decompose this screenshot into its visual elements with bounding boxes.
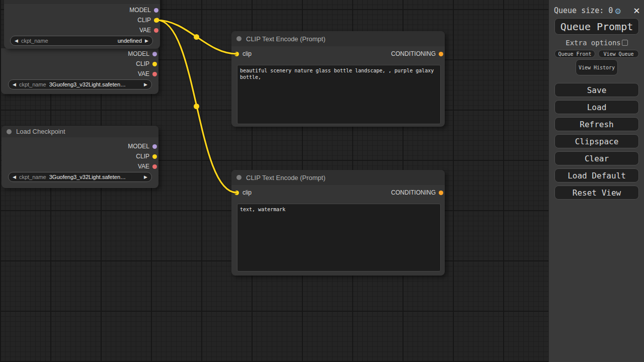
clear-button[interactable]: Clear [554,151,639,165]
output-slot-vae[interactable]: VAE [139,25,160,35]
slot-label: VAE [139,27,151,34]
clip-input-dot[interactable] [234,191,239,195]
extra-options-row: Extra options [549,39,644,47]
widget-value: 3Guofeng3_v32Light.safeten… [49,81,126,87]
view-history-button[interactable]: View History [576,59,618,75]
clip-slot-dot[interactable] [152,62,157,66]
widget-name: ckpt_name [19,81,46,87]
slot-label: CLIP [136,153,149,160]
clip-wire-positive [157,20,236,54]
view-queue-button[interactable]: View Queue [598,50,639,58]
slot-label: CLIP [136,60,149,67]
slot-label: clip [243,50,252,57]
model-slot-dot[interactable] [152,144,157,149]
queue-size-label: Queue size: 0 [554,6,613,15]
node-title-bar[interactable]: CLIP Text Encode (Prompt) [231,31,445,46]
vae-slot-dot[interactable] [152,72,157,76]
slot-label: MODEL [128,143,149,150]
collapse-dot-icon[interactable] [7,129,12,134]
clip-slot-dot[interactable] [154,18,158,23]
load-checkpoint-node-1[interactable]: MODEL CLIP VAE ◀ ckpt_name undefined ▶ [4,0,160,49]
slot-label: clip [243,189,252,196]
ckpt-name-widget[interactable]: ◀ ckpt_name 3Guofeng3_v32Light.safeten… … [8,172,152,182]
node-title-bar[interactable]: Load Checkpoint [2,126,158,137]
vae-slot-dot[interactable] [152,164,157,169]
node-title-bar[interactable] [4,0,160,4]
widget-name: ckpt_name [19,174,46,180]
slot-label: VAE [138,70,149,77]
comfyui-app: MODEL CLIP VAE ◀ ckpt_name 3Guofeng3_v32… [0,0,644,362]
output-slot-model[interactable]: MODEL [128,141,158,151]
node-title-bar[interactable]: CLIP Text Encode (Prompt) [231,170,445,185]
input-slot-clip[interactable]: clip [231,188,252,198]
collapse-dot-icon[interactable] [236,175,242,180]
widget-prev-icon[interactable]: ◀ [13,175,16,179]
model-slot-dot[interactable] [152,52,157,56]
slot-label: MODEL [129,7,151,14]
queue-front-button[interactable]: Queue Front [554,50,595,58]
clip-input-dot[interactable] [234,52,239,56]
clip-text-encode-node-positive[interactable]: CLIP Text Encode (Prompt) clip CONDITION… [231,31,445,127]
node-title: Load Checkpoint [16,128,65,135]
widget-prev-icon[interactable]: ◀ [15,39,18,43]
output-slot-model[interactable]: MODEL [129,5,160,15]
node-title: CLIP Text Encode (Prompt) [246,35,326,43]
settings-gear-icon[interactable]: ⚙ [615,6,620,16]
widget-value: undefined [51,38,142,44]
slot-label: CONDITIONING [391,50,436,57]
positive-prompt-textarea[interactable]: beautiful scenery nature glass bottle la… [237,65,441,124]
extra-options-checkbox[interactable] [622,40,628,46]
conditioning-slot-dot[interactable] [439,52,443,56]
reset-view-button[interactable]: Reset View [554,186,639,200]
slot-label: VAE [138,163,149,170]
widget-next-icon[interactable]: ▶ [144,175,147,179]
slot-label: CLIP [137,17,151,24]
comfy-menu-panel: Queue size: 0 ⚙ × Queue Prompt Extra opt… [548,0,644,362]
output-slot-model[interactable]: MODEL [128,49,158,59]
graph-canvas[interactable]: MODEL CLIP VAE ◀ ckpt_name 3Guofeng3_v32… [0,0,548,362]
extra-options-label: Extra options [566,39,621,47]
output-slot-clip[interactable]: CLIP [136,151,158,161]
widget-next-icon[interactable]: ▶ [145,39,148,43]
load-checkpoint-node-3[interactable]: Load Checkpoint MODEL CLIP VAE ◀ ckpt_na… [2,126,158,188]
wire-midpoint-dot [194,104,199,109]
conditioning-slot-dot[interactable] [439,191,443,195]
clip-slot-dot[interactable] [152,154,157,159]
refresh-button[interactable]: Refresh [554,117,639,131]
ckpt-name-widget[interactable]: ◀ ckpt_name undefined ▶ [10,36,153,46]
node-title: CLIP Text Encode (Prompt) [246,174,326,182]
clip-wire-negative [157,20,236,193]
slot-label: MODEL [128,50,149,57]
negative-prompt-textarea[interactable]: text, watermark [237,204,441,272]
output-slot-conditioning[interactable]: CONDITIONING [391,49,445,59]
widget-value: 3Guofeng3_v32Light.safeten… [49,174,126,180]
clipspace-button[interactable]: Clipspace [554,134,639,148]
input-slot-clip[interactable]: clip [231,49,252,59]
close-icon[interactable]: × [633,5,640,16]
load-button[interactable]: Load [554,100,639,114]
widget-prev-icon[interactable]: ◀ [13,82,16,87]
output-slot-clip[interactable]: CLIP [136,59,158,69]
output-slot-clip[interactable]: CLIP [137,15,160,25]
output-slot-conditioning[interactable]: CONDITIONING [391,188,445,198]
output-slot-vae[interactable]: VAE [138,69,158,79]
output-slot-vae[interactable]: VAE [138,161,158,171]
load-checkpoint-node-2[interactable]: MODEL CLIP VAE ◀ ckpt_name 3Guofeng3_v32… [1,48,158,94]
load-default-button[interactable]: Load Default [554,168,639,183]
wire-midpoint-dot [194,34,199,40]
save-button[interactable]: Save [554,83,639,97]
vae-slot-dot[interactable] [154,28,158,33]
collapse-dot-icon[interactable] [236,36,242,41]
widget-name: ckpt_name [21,38,48,44]
queue-status-row: Queue size: 0 ⚙ × [554,5,640,16]
queue-prompt-button[interactable]: Queue Prompt [554,18,639,35]
widget-next-icon[interactable]: ▶ [144,82,147,87]
slot-label: CONDITIONING [391,189,436,196]
model-slot-dot[interactable] [154,8,158,13]
ckpt-name-widget[interactable]: ◀ ckpt_name 3Guofeng3_v32Light.safeten… … [8,79,152,89]
clip-text-encode-node-negative[interactable]: CLIP Text Encode (Prompt) clip CONDITION… [231,170,445,276]
